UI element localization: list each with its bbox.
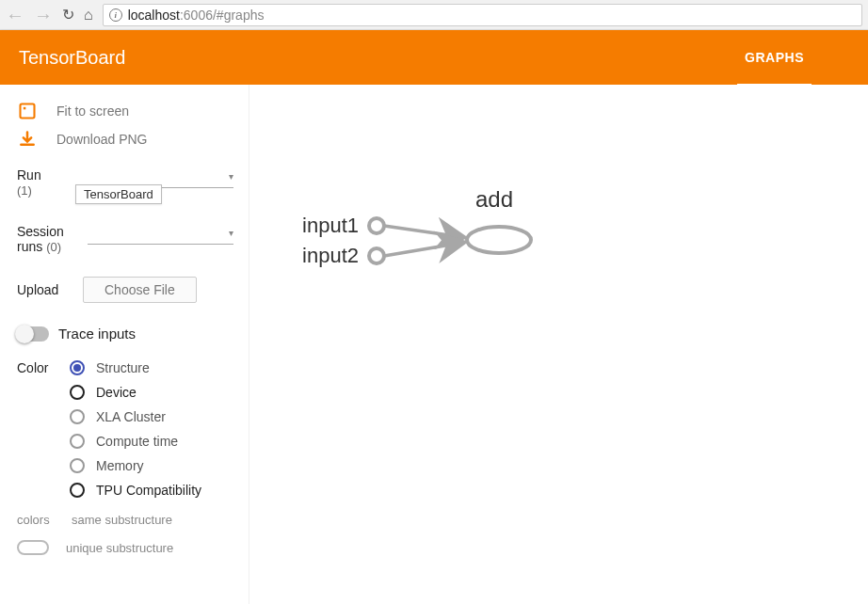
- graph-edge-1: [384, 226, 462, 237]
- download-png-button[interactable]: Download PNG: [17, 130, 233, 149]
- graph-canvas[interactable]: add input1 input2: [249, 85, 868, 604]
- graph-edge-2: [384, 243, 462, 256]
- legend-same-label: same substructure: [72, 513, 172, 527]
- sidebar: Fit to screen Download PNG Run (1) ▾ Ten…: [0, 85, 249, 604]
- fit-screen-icon: [17, 102, 38, 120]
- url-text: localhost:6006/#graphs: [128, 8, 265, 23]
- fit-to-screen-label: Fit to screen: [56, 103, 129, 119]
- color-option-compute[interactable]: Compute time: [70, 434, 201, 449]
- legend-colors-label: colors: [17, 513, 55, 527]
- color-option-device[interactable]: Device: [70, 385, 201, 400]
- graph-input1-node[interactable]: [369, 218, 384, 233]
- color-option-xla[interactable]: XLA Cluster: [70, 409, 201, 424]
- reload-icon[interactable]: ↻: [62, 6, 74, 24]
- color-radio-group: Structure Device XLA Cluster Compute tim…: [70, 360, 201, 498]
- radio-label: Compute time: [96, 434, 178, 449]
- graph-input2-label: input2: [302, 244, 359, 267]
- run-selector-row: Run (1) ▾ TensorBoard: [17, 167, 233, 198]
- fit-to-screen-button[interactable]: Fit to screen: [17, 102, 233, 120]
- color-option-structure[interactable]: Structure: [70, 360, 201, 375]
- legend-unique-row: unique substructure: [17, 540, 233, 555]
- address-bar[interactable]: i localhost:6006/#graphs: [103, 4, 862, 26]
- radio-icon: [70, 409, 85, 424]
- svg-rect-0: [21, 104, 35, 119]
- computation-graph: add input1 input2: [287, 188, 588, 301]
- header-tabs: GRAPHS: [737, 30, 849, 85]
- radio-icon: [70, 385, 85, 400]
- url-path: :6006/#graphs: [180, 8, 265, 23]
- radio-label: Device: [96, 385, 137, 400]
- url-host: localhost: [128, 8, 180, 23]
- radio-icon: [70, 360, 85, 375]
- color-option-tpu[interactable]: TPU Compatibility: [70, 483, 201, 498]
- legend-unique-swatch: [17, 540, 49, 555]
- radio-label: Structure: [96, 360, 150, 375]
- choose-file-button[interactable]: Choose File: [83, 277, 197, 303]
- run-tooltip: TensorBoard: [75, 184, 162, 204]
- forward-icon: →: [34, 6, 53, 24]
- legend-unique-label: unique substructure: [66, 541, 173, 555]
- run-label: Run (1): [17, 167, 69, 198]
- legend-same-row: colors same substructure: [17, 513, 233, 527]
- home-icon[interactable]: ⌂: [84, 7, 93, 24]
- graph-op-label: add: [475, 188, 513, 212]
- trace-inputs-row: Trace inputs: [17, 326, 233, 342]
- session-select[interactable]: [88, 224, 233, 245]
- radio-label: Memory: [96, 458, 144, 473]
- radio-icon: [70, 458, 85, 473]
- graph-input1-label: input1: [302, 214, 359, 237]
- download-png-label: Download PNG: [56, 132, 148, 147]
- radio-icon: [70, 483, 85, 498]
- browser-toolbar: ← → ↻ ⌂ i localhost:6006/#graphs: [0, 0, 868, 30]
- session-runs-label: Session runs (0): [17, 224, 78, 254]
- toggle-knob: [15, 325, 34, 343]
- upload-label: Upload: [17, 282, 73, 297]
- graph-input2-node[interactable]: [369, 248, 384, 263]
- trace-inputs-toggle[interactable]: [17, 326, 49, 342]
- svg-rect-1: [24, 107, 25, 110]
- graph-op-node[interactable]: [467, 227, 531, 253]
- color-section: Color Structure Device XLA Cluster Compu…: [17, 360, 233, 498]
- radio-label: XLA Cluster: [96, 409, 166, 424]
- upload-row: Upload Choose File: [17, 277, 233, 303]
- radio-label: TPU Compatibility: [96, 483, 201, 498]
- download-icon: [17, 130, 38, 149]
- back-icon: ←: [6, 6, 24, 24]
- color-option-memory[interactable]: Memory: [70, 458, 201, 473]
- tab-graphs[interactable]: GRAPHS: [737, 32, 812, 87]
- app-header: TensorBoard GRAPHS: [0, 30, 868, 85]
- trace-inputs-label: Trace inputs: [58, 326, 136, 342]
- session-runs-row: Session runs (0) ▾: [17, 224, 233, 254]
- radio-icon: [70, 434, 85, 449]
- app-title: TensorBoard: [19, 47, 125, 69]
- color-label: Color: [17, 360, 55, 375]
- site-info-icon[interactable]: i: [109, 8, 122, 22]
